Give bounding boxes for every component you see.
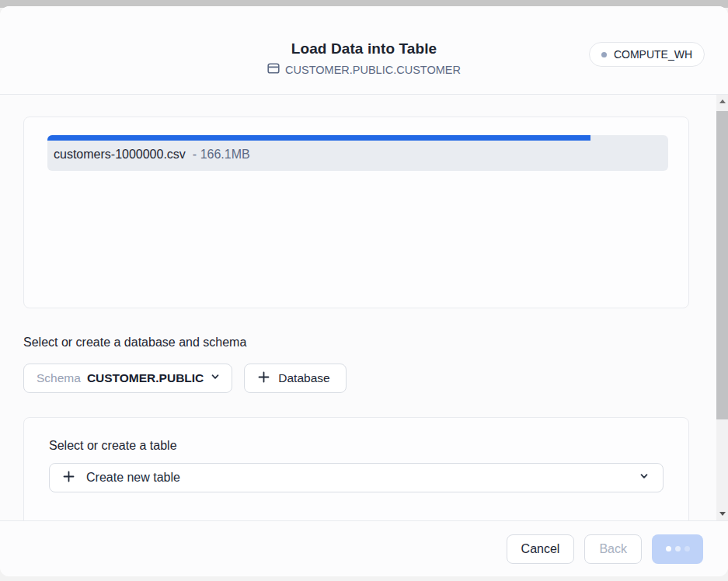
- plus-icon: [258, 371, 270, 386]
- add-database-label: Database: [278, 371, 329, 385]
- table-section-label: Select or create a table: [49, 439, 664, 453]
- add-database-button[interactable]: Database: [244, 364, 346, 393]
- next-button-loading[interactable]: [652, 534, 703, 564]
- back-button[interactable]: Back: [584, 534, 642, 564]
- dialog-scroll-area: customers-1000000.csv - 166.1MB Select o…: [0, 95, 728, 520]
- vertical-scrollbar[interactable]: [716, 95, 728, 520]
- schema-selector-row: Schema CUSTOMER.PUBLIC Database: [23, 364, 347, 393]
- table-selection-card: Select or create a table Create new tabl…: [23, 417, 689, 520]
- scrollbar-thumb[interactable]: [716, 111, 728, 419]
- dialog-header: Load Data into Table CUSTOMER.PUBLIC.CUS…: [0, 6, 728, 95]
- create-table-label: Create new table: [86, 471, 180, 485]
- page-background: Load Data into Table CUSTOMER.PUBLIC.CUS…: [0, 0, 728, 581]
- file-dropzone-card: customers-1000000.csv - 166.1MB: [23, 117, 689, 308]
- create-table-dropdown[interactable]: Create new table: [49, 463, 664, 492]
- uploaded-file-row: customers-1000000.csv - 166.1MB: [47, 135, 668, 171]
- arrow-up-icon: [719, 99, 726, 103]
- plus-icon: [63, 471, 75, 485]
- arrow-down-icon: [719, 512, 726, 516]
- cancel-button[interactable]: Cancel: [507, 534, 575, 564]
- loading-dots-icon: [666, 546, 690, 551]
- warehouse-selector[interactable]: COMPUTE_WH: [589, 42, 705, 67]
- schema-section-label: Select or create a database and schema: [23, 336, 246, 350]
- scrollbar-down-button[interactable]: [716, 507, 728, 520]
- file-name: customers-1000000.csv: [54, 148, 186, 162]
- chevron-down-icon: [210, 371, 221, 385]
- dialog-footer: Cancel Back: [0, 520, 728, 576]
- load-data-dialog: Load Data into Table CUSTOMER.PUBLIC.CUS…: [0, 6, 728, 576]
- target-table-path: CUSTOMER.PUBLIC.CUSTOMER: [285, 64, 461, 76]
- upload-progress-bar: [47, 135, 590, 141]
- file-size: - 166.1MB: [193, 148, 250, 162]
- table-icon: [267, 62, 280, 77]
- schema-dropdown-prefix: Schema: [37, 371, 81, 385]
- upload-progress-track: [47, 135, 668, 141]
- scrollbar-up-button[interactable]: [716, 95, 728, 108]
- warehouse-status-dot-icon: [601, 52, 607, 57]
- chevron-down-icon: [639, 471, 650, 485]
- schema-dropdown[interactable]: Schema CUSTOMER.PUBLIC: [23, 364, 232, 393]
- warehouse-name: COMPUTE_WH: [614, 48, 692, 61]
- schema-dropdown-value: CUSTOMER.PUBLIC: [87, 371, 204, 385]
